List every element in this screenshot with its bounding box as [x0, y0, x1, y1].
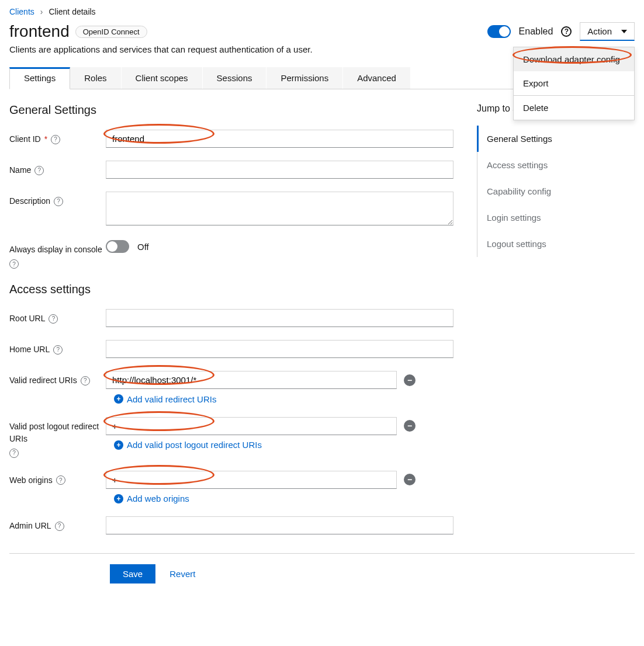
revert-button[interactable]: Revert: [169, 569, 195, 579]
help-icon[interactable]: ?: [561, 26, 572, 37]
plus-circle-icon: +: [114, 494, 123, 503]
tab-permissions[interactable]: Permissions: [266, 67, 343, 89]
breadcrumb-parent-link[interactable]: Clients: [9, 7, 34, 16]
root-url-input[interactable]: [106, 309, 453, 327]
help-icon[interactable]: ?: [81, 376, 90, 385]
label-root-url: Root URL ?: [9, 309, 106, 325]
menu-delete[interactable]: Delete: [514, 96, 634, 120]
web-origins-input[interactable]: [106, 471, 397, 489]
remove-web-origin-button[interactable]: −: [404, 474, 416, 485]
add-redirect-link[interactable]: + Add valid redirect URIs: [106, 394, 216, 404]
description-textarea[interactable]: [106, 192, 453, 225]
add-post-logout-link[interactable]: + Add valid post logout redirect URIs: [106, 440, 262, 450]
add-link-label: Add valid redirect URIs: [127, 394, 216, 404]
add-web-origins-link[interactable]: + Add web origins: [106, 494, 189, 503]
plus-circle-icon: +: [114, 394, 123, 404]
remove-redirect-button[interactable]: −: [404, 374, 416, 386]
jump-to-section-nav: General Settings Access settings Capabil…: [477, 126, 635, 257]
help-icon[interactable]: ?: [53, 345, 63, 355]
help-icon[interactable]: ?: [55, 522, 64, 531]
help-icon[interactable]: ?: [34, 166, 44, 175]
tab-sessions[interactable]: Sessions: [203, 67, 267, 89]
page-subtitle: Clients are applications and services th…: [9, 44, 313, 54]
valid-redirect-input[interactable]: [106, 371, 397, 389]
help-icon[interactable]: ?: [51, 135, 60, 144]
menu-export[interactable]: Export: [514, 71, 634, 95]
nav-capability-config[interactable]: Capability config: [477, 178, 635, 204]
label-text: Valid post logout redirect URIs: [9, 421, 106, 445]
nav-login-settings[interactable]: Login settings: [477, 204, 635, 231]
always-display-toggle[interactable]: [106, 240, 129, 253]
label-description: Description ?: [9, 192, 106, 207]
required-indicator: *: [44, 133, 47, 145]
add-link-label: Add web origins: [127, 494, 189, 503]
section-general-settings: General Settings: [9, 103, 453, 117]
label-text: Always display in console: [9, 244, 102, 256]
label-home-url: Home URL ?: [9, 340, 106, 356]
label-text: Root URL: [9, 312, 45, 325]
toggle-off-label: Off: [137, 242, 149, 252]
breadcrumb: Clients › Client details: [9, 7, 635, 16]
add-link-label: Add valid post logout redirect URIs: [127, 440, 262, 450]
tab-client-scopes[interactable]: Client scopes: [122, 67, 203, 89]
label-text: Client ID: [9, 133, 41, 145]
label-client-id: Client ID * ?: [9, 130, 106, 145]
help-icon[interactable]: ?: [49, 314, 58, 324]
plus-circle-icon: +: [114, 440, 123, 450]
enabled-label: Enabled: [519, 26, 553, 37]
tab-settings[interactable]: Settings: [9, 67, 70, 89]
label-always-display: Always display in console ?: [9, 240, 106, 269]
nav-access-settings[interactable]: Access settings: [477, 152, 635, 178]
help-icon[interactable]: ?: [9, 449, 19, 458]
help-icon[interactable]: ?: [56, 475, 65, 485]
save-button[interactable]: Save: [110, 564, 155, 584]
section-access-settings: Access settings: [9, 283, 453, 296]
label-text: Name: [9, 164, 31, 176]
client-id-input[interactable]: [106, 130, 453, 148]
label-valid-redirect: Valid redirect URIs ?: [9, 371, 106, 387]
label-text: Admin URL: [9, 520, 51, 532]
caret-down-icon: [621, 30, 627, 33]
enabled-toggle[interactable]: [487, 25, 511, 38]
home-url-input[interactable]: [106, 340, 453, 358]
label-text: Valid redirect URIs: [9, 374, 77, 387]
chevron-right-icon: ›: [40, 7, 43, 16]
action-label: Action: [587, 26, 612, 36]
breadcrumb-current: Client details: [49, 7, 95, 16]
menu-download-adapter-config[interactable]: Download adapter config: [514, 47, 634, 71]
label-admin-url: Admin URL ?: [9, 516, 106, 532]
help-icon[interactable]: ?: [54, 197, 63, 206]
tab-advanced[interactable]: Advanced: [343, 67, 411, 89]
label-name: Name ?: [9, 161, 106, 176]
label-text: Description: [9, 195, 50, 207]
admin-url-input[interactable]: [106, 516, 453, 534]
nav-general-settings[interactable]: General Settings: [477, 126, 635, 152]
help-icon[interactable]: ?: [9, 259, 19, 269]
form-footer: Save Revert: [9, 553, 635, 594]
page-title: frontend: [9, 22, 70, 41]
label-web-origins: Web origins ?: [9, 471, 106, 487]
protocol-badge: OpenID Connect: [75, 26, 147, 38]
label-valid-post-logout: Valid post logout redirect URIs ?: [9, 417, 106, 458]
menu-item-label: Download adapter config: [523, 54, 620, 64]
remove-post-logout-button[interactable]: −: [404, 420, 416, 432]
action-dropdown-menu: Download adapter config Export Delete: [513, 47, 635, 120]
nav-logout-settings[interactable]: Logout settings: [477, 231, 635, 257]
valid-post-logout-input[interactable]: [106, 417, 397, 435]
action-dropdown[interactable]: Action: [580, 22, 635, 41]
label-text: Home URL: [9, 343, 50, 356]
tab-roles[interactable]: Roles: [70, 67, 121, 89]
label-text: Web origins: [9, 474, 53, 487]
name-input[interactable]: [106, 161, 453, 179]
